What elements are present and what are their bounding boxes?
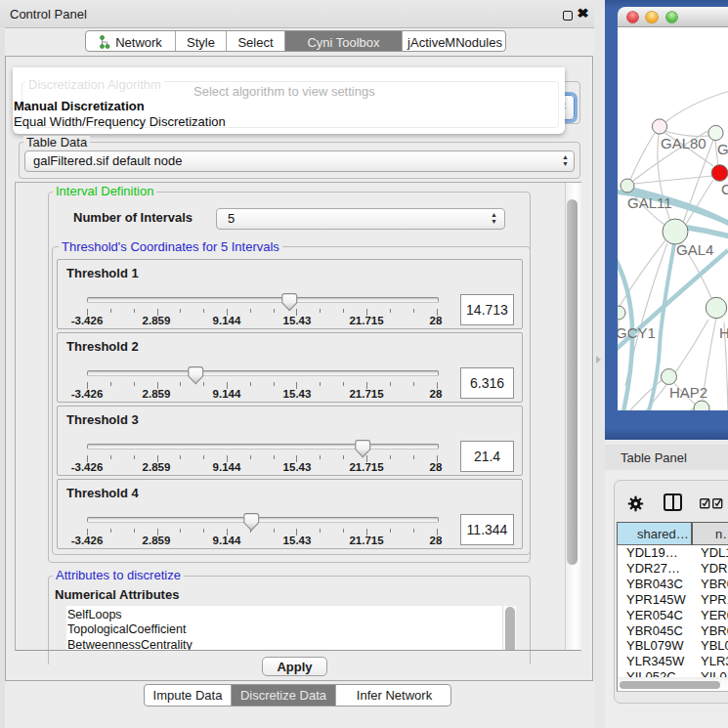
svg-text:C: C: [721, 181, 728, 197]
svg-text:HAP2: HAP2: [669, 384, 707, 401]
svg-text:H: H: [719, 324, 728, 341]
svg-text:G.: G.: [717, 141, 728, 157]
svg-text:GAL80: GAL80: [661, 135, 707, 151]
svg-text:GAL11: GAL11: [627, 194, 672, 211]
svg-text:GCY1: GCY1: [618, 324, 656, 341]
svg-text:GAL4: GAL4: [676, 241, 713, 258]
